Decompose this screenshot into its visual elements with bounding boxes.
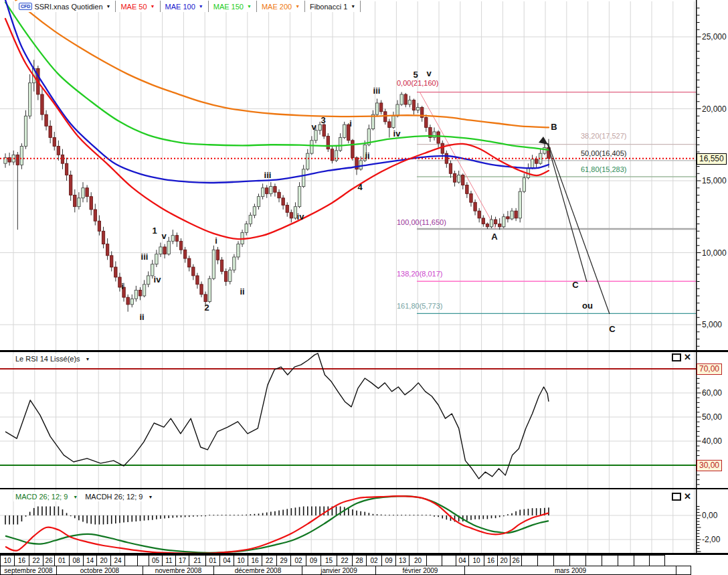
price-axis-label: 10,000 — [702, 248, 727, 258]
rsi-title: Le RSI 14 Lissé(e)s — [13, 354, 82, 363]
fibonacci-selector[interactable]: Fibonacci 1 ▼ — [305, 1, 361, 12]
svg-text:v: v — [311, 122, 316, 132]
svg-text:iv: iv — [393, 129, 401, 139]
date-day-cell — [426, 555, 442, 566]
svg-text:iii: iii — [373, 86, 381, 96]
date-day-cell: 05 — [149, 555, 163, 566]
date-day-cell — [569, 555, 586, 566]
indicator-toolbar: CFD SSRI.xnas Quotidien ▼ MAE 50▼MAE 100… — [0, 1, 361, 12]
macd-indicator-menu[interactable]: MACD 26; 12; 9 — [13, 492, 70, 501]
svg-text:4: 4 — [357, 182, 363, 192]
date-day-cell — [124, 555, 138, 566]
price-axis-label: 5,000 — [702, 320, 722, 329]
svg-text:v: v — [426, 68, 432, 78]
svg-text:1: 1 — [152, 226, 157, 236]
svg-text:iii: iii — [264, 170, 272, 180]
date-day-cell — [521, 555, 538, 566]
date-day-cell: 16 — [248, 555, 262, 566]
date-day-cell: 22 — [29, 555, 43, 566]
date-day-cell: 16 — [14, 555, 29, 566]
toolbar-item-mae-100[interactable]: MAE 100▼ — [161, 1, 209, 12]
chevron-down-icon[interactable]: ▼ — [351, 4, 355, 9]
date-day-cell: 20 — [409, 555, 427, 566]
date-day-cell: 16 — [484, 555, 498, 566]
date-day-cell: 10 — [0, 555, 15, 566]
macdh-indicator-menu[interactable]: MACDH 26; 12; 9 — [83, 492, 145, 501]
date-axis-months: septembre 2008octobre 2008novembre 2008d… — [0, 566, 691, 575]
toolbar-item-mae-200[interactable]: MAE 200▼ — [257, 1, 305, 12]
separator-main-rsi — [0, 350, 728, 352]
rsi-close-button[interactable]: ✕ — [684, 353, 691, 361]
chevron-down-icon[interactable]: ▼ — [106, 4, 111, 9]
date-month-cell — [676, 566, 691, 575]
date-day-cell: 01 — [54, 555, 70, 566]
rsi-chart-canvas[interactable] — [0, 352, 696, 488]
svg-text:A: A — [491, 232, 498, 242]
date-day-cell: 09 — [381, 555, 396, 566]
svg-text:38,20(17,527): 38,20(17,527) — [581, 132, 627, 140]
macd-maximize-button[interactable] — [672, 493, 681, 501]
date-day-cell: 28 — [352, 555, 367, 566]
chevron-down-icon[interactable]: ▼ — [73, 495, 78, 499]
toolbar-item-mae-150[interactable]: MAE 150▼ — [209, 1, 257, 12]
svg-text:i: i — [121, 281, 124, 291]
chevron-down-icon[interactable]: ▼ — [148, 495, 153, 499]
chevron-down-icon[interactable]: ▼ — [295, 4, 300, 9]
date-day-cell: 20 — [96, 555, 111, 566]
svg-text:iii: iii — [141, 252, 149, 262]
rsi-axis-label: 60,00 — [702, 388, 722, 398]
date-day-cell: 04 — [456, 555, 469, 566]
cfd-badge: CFD — [19, 3, 32, 10]
date-month-cell: octobre 2008 — [56, 566, 143, 575]
indicator-label: MAE 50 — [120, 3, 147, 11]
rsi-indicator-menu[interactable]: Le RSI 14 Lissé(e)s ▼ — [13, 354, 90, 363]
indicator-label: MAE 100 — [165, 3, 195, 11]
svg-text:C: C — [609, 324, 616, 334]
date-day-cell: 02 — [366, 555, 382, 566]
toolbar-item-mae-50[interactable]: MAE 50▼ — [116, 1, 160, 12]
rsi-maximize-button[interactable] — [672, 353, 681, 361]
svg-text:iv: iv — [154, 274, 162, 284]
date-day-cell: 11 — [162, 555, 176, 566]
chevron-down-icon[interactable]: ▼ — [151, 4, 155, 9]
date-day-cell: 01 — [205, 555, 220, 566]
date-month-cell: novembre 2008 — [143, 566, 214, 575]
chevron-down-icon[interactable]: ▼ — [247, 4, 252, 9]
date-day-cell: 29 — [276, 555, 291, 566]
instrument-selector[interactable]: CFD SSRI.xnas Quotidien ▼ — [16, 1, 116, 12]
date-day-cell: 24 — [110, 555, 125, 566]
svg-text:B: B — [551, 122, 557, 132]
date-day-cell: 14 — [83, 555, 97, 566]
date-day-cell — [442, 555, 456, 566]
chevron-down-icon[interactable]: ▼ — [199, 4, 203, 9]
rsi-threshold-box: 70,00 — [697, 363, 722, 375]
rsi-axis-label: 50,00 — [702, 412, 722, 422]
date-month-cell: février 2009 — [375, 566, 465, 575]
fibonacci-label: Fibonacci 1 — [310, 3, 347, 11]
date-day-cell: 09 — [306, 555, 321, 566]
svg-text:ou: ou — [582, 301, 593, 311]
macd-close-button[interactable]: ✕ — [684, 493, 691, 501]
date-day-cell: 22 — [262, 555, 277, 566]
date-day-cell: 02 — [290, 555, 306, 566]
indicator-label: MAE 150 — [213, 3, 244, 11]
svg-text:i: i — [349, 118, 352, 129]
svg-text:iv: iv — [297, 212, 305, 222]
charting-window: 0,00(21,160)38,20(17,527)50,00(16,405)61… — [0, 0, 728, 575]
instrument-label: SSRI.xnas Quotidien — [34, 3, 102, 11]
svg-text:61,80(15,283): 61,80(15,283) — [581, 165, 627, 173]
main-price-chart-canvas[interactable]: 0,00(21,160)38,20(17,527)50,00(16,405)61… — [0, 0, 696, 350]
svg-text:50,00(16,405): 50,00(16,405) — [581, 149, 627, 157]
price-axis-label: 15,000 — [702, 176, 727, 185]
current-price-box: 16,550 — [697, 153, 727, 165]
svg-text:3: 3 — [321, 115, 325, 125]
rsi-threshold-box: 30,00 — [697, 460, 722, 471]
date-day-cell — [602, 555, 618, 566]
date-month-cell: septembre 2008 — [0, 566, 57, 575]
svg-text:138,20(8,017): 138,20(8,017) — [397, 270, 443, 278]
svg-text:0,00(21,160): 0,00(21,160) — [397, 79, 438, 87]
svg-text:2: 2 — [204, 303, 209, 313]
chevron-down-icon[interactable]: ▼ — [86, 357, 90, 361]
svg-text:C: C — [572, 280, 579, 290]
svg-text:i: i — [215, 236, 217, 246]
